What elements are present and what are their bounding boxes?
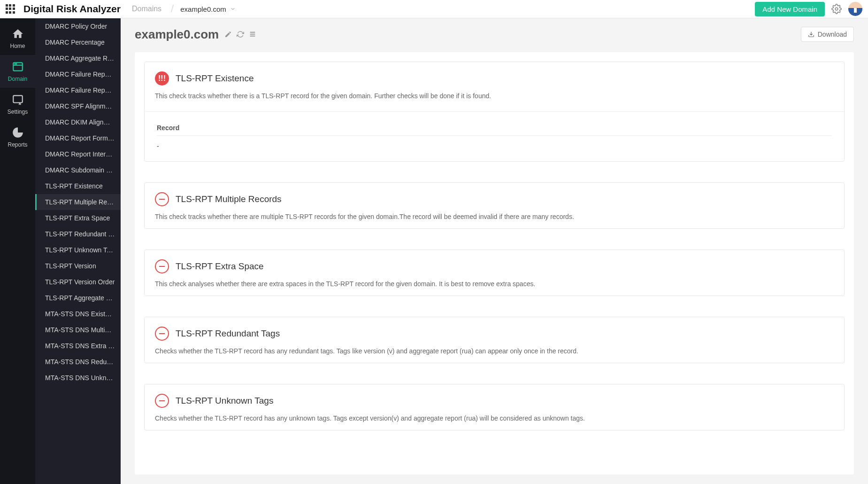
record-label: Record bbox=[157, 120, 832, 136]
nav-settings[interactable]: Settings bbox=[0, 88, 35, 121]
svg-rect-7 bbox=[250, 34, 255, 35]
check-title: TLS-RPT Redundant Tags bbox=[176, 328, 280, 339]
check-description: Checks whether the TLS-RPT record has an… bbox=[155, 346, 834, 356]
side-item[interactable]: TLS-RPT Existence bbox=[35, 178, 121, 194]
side-item[interactable]: DMARC Aggregate Repo… bbox=[35, 50, 121, 66]
svg-rect-8 bbox=[250, 36, 255, 37]
side-item[interactable]: TLS-RPT Unknown Tags bbox=[35, 242, 121, 258]
minus-icon bbox=[155, 394, 169, 408]
domain-dropdown-label: example0.com bbox=[180, 5, 226, 13]
domain-icon bbox=[12, 61, 24, 73]
gear-icon[interactable] bbox=[831, 4, 842, 14]
download-label: Download bbox=[818, 31, 847, 38]
check-card: TLS-RPT Multiple RecordsThis check track… bbox=[144, 182, 845, 229]
side-item[interactable]: TLS-RPT Multiple Records bbox=[35, 194, 121, 210]
brand-title: Digital Risk Analyzer bbox=[23, 3, 121, 15]
side-item[interactable]: MTA-STS DNS Unknown… bbox=[35, 370, 121, 386]
nav-reports[interactable]: Reports bbox=[0, 121, 35, 154]
check-title: TLS-RPT Existence bbox=[176, 73, 253, 84]
side-item[interactable]: DMARC DKIM Alignmen… bbox=[35, 114, 121, 130]
check-card: TLS-RPT Extra SpaceThis check analyses w… bbox=[144, 250, 845, 296]
user-avatar[interactable] bbox=[848, 2, 862, 16]
primary-nav: Home Domain Settings Reports bbox=[0, 18, 35, 484]
side-item[interactable]: DMARC Report Format (rf) bbox=[35, 130, 121, 146]
content-header: example0.com Download bbox=[135, 27, 854, 42]
settings-icon bbox=[12, 94, 24, 106]
download-icon bbox=[808, 31, 814, 38]
side-item[interactable]: DMARC Failure Report (fo) bbox=[35, 82, 121, 98]
side-item[interactable]: TLS-RPT Version Order bbox=[35, 274, 121, 290]
side-item[interactable]: DMARC SPF Alignment … bbox=[35, 98, 121, 114]
side-item[interactable]: MTA-STS DNS Existence bbox=[35, 306, 121, 322]
check-card: !!!TLS-RPT ExistenceThis check tracks wh… bbox=[144, 62, 845, 162]
svg-rect-6 bbox=[250, 32, 255, 33]
content-area: example0.com Download !!!TLS-RPT Existen… bbox=[121, 18, 868, 484]
add-domain-button[interactable]: Add New Domain bbox=[755, 2, 825, 16]
check-description: Checks whether the TLS-RPT record has an… bbox=[155, 414, 834, 423]
side-item[interactable]: MTA-STS DNS Multiple … bbox=[35, 322, 121, 338]
nav-domain[interactable]: Domain bbox=[0, 55, 35, 88]
error-icon: !!! bbox=[155, 71, 169, 86]
download-button[interactable]: Download bbox=[801, 27, 854, 42]
side-item[interactable]: DMARC Failure Report (r… bbox=[35, 66, 121, 82]
side-item[interactable]: TLS-RPT Version bbox=[35, 258, 121, 274]
check-title: TLS-RPT Unknown Tags bbox=[176, 396, 273, 406]
side-item[interactable]: MTA-STS DNS Extra Spa… bbox=[35, 338, 121, 354]
check-card: TLS-RPT Unknown TagsChecks whether the T… bbox=[144, 384, 845, 430]
check-card: TLS-RPT Redundant TagsChecks whether the… bbox=[144, 317, 845, 363]
record-value: - bbox=[157, 142, 832, 150]
check-description: This check tracks whether there is a TLS… bbox=[155, 91, 834, 101]
svg-point-0 bbox=[835, 8, 838, 10]
side-item[interactable]: DMARC Report Interval (… bbox=[35, 146, 121, 162]
list-icon[interactable] bbox=[249, 31, 256, 38]
minus-icon bbox=[155, 259, 169, 273]
domain-dropdown[interactable]: example0.com bbox=[180, 5, 236, 13]
svg-rect-5 bbox=[13, 95, 23, 102]
side-item[interactable]: DMARC Subdomain Poli… bbox=[35, 162, 121, 178]
nav-home-label: Home bbox=[10, 43, 25, 49]
check-title: TLS-RPT Multiple Records bbox=[176, 194, 282, 204]
chevron-down-icon bbox=[230, 6, 236, 12]
minus-icon bbox=[155, 192, 169, 206]
top-header: Digital Risk Analyzer Domains / example0… bbox=[0, 0, 868, 18]
page-title: example0.com bbox=[135, 27, 219, 42]
check-title: TLS-RPT Extra Space bbox=[176, 261, 264, 272]
nav-home[interactable]: Home bbox=[0, 22, 35, 55]
check-description: This check tracks whether there are mult… bbox=[155, 212, 834, 222]
nav-reports-label: Reports bbox=[8, 141, 27, 148]
breadcrumb-separator: / bbox=[171, 3, 174, 15]
checks-container: !!!TLS-RPT ExistenceThis check tracks wh… bbox=[135, 52, 854, 475]
record-section: Record- bbox=[145, 111, 844, 161]
svg-point-3 bbox=[15, 63, 15, 64]
side-item[interactable]: MTA-STS DNS Redunda… bbox=[35, 354, 121, 370]
minus-icon bbox=[155, 327, 169, 341]
side-item[interactable]: TLS-RPT Aggregate Repo… bbox=[35, 290, 121, 306]
side-item[interactable]: DMARC Percentage bbox=[35, 34, 121, 50]
home-icon bbox=[12, 28, 24, 40]
side-item[interactable]: TLS-RPT Redundant Tags bbox=[35, 226, 121, 242]
nav-domain-label: Domain bbox=[8, 76, 27, 82]
edit-icon[interactable] bbox=[224, 31, 232, 38]
breadcrumb-domains[interactable]: Domains bbox=[129, 5, 164, 13]
side-item[interactable]: DMARC Policy Order bbox=[35, 18, 121, 34]
refresh-icon[interactable] bbox=[237, 31, 244, 38]
apps-grid-icon[interactable] bbox=[6, 4, 15, 14]
nav-settings-label: Settings bbox=[8, 109, 28, 115]
svg-point-4 bbox=[16, 63, 16, 64]
reports-icon bbox=[12, 126, 24, 139]
side-item[interactable]: TLS-RPT Extra Space bbox=[35, 210, 121, 226]
check-description: This check analyses whether there are ex… bbox=[155, 279, 834, 289]
check-list-panel: DMARC Policy OrderDMARC PercentageDMARC … bbox=[35, 18, 121, 484]
